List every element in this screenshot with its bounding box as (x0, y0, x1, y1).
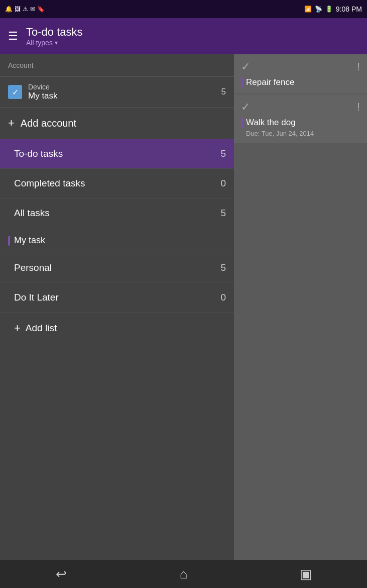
device-count: 5 (221, 87, 226, 97)
task-color-bar-2 (241, 118, 243, 128)
bottom-nav: ↩ ⌂ ▣ (0, 560, 367, 588)
nav-label-personal: Personal (14, 262, 52, 273)
task-title-repair-fence: Repair fence (246, 77, 294, 87)
task-priority-icon-1[interactable]: ! (357, 60, 360, 73)
task-card-header-1: ✓ ! (241, 60, 360, 73)
task-title-row-1: Repair fence (241, 77, 360, 87)
task-card-repair-fence[interactable]: ✓ ! Repair fence (234, 54, 367, 94)
nav-label-do-it-later: Do It Later (14, 292, 59, 303)
nav-count-completed: 0 (220, 178, 226, 189)
filter-dropdown[interactable]: All types ▾ (26, 39, 83, 47)
nav-item-do-it-later[interactable]: Do It Later 0 (0, 283, 234, 313)
back-button[interactable]: ↩ (41, 560, 81, 588)
task-card-header-2: ✓ ! (241, 101, 360, 114)
nav-item-all-tasks[interactable]: All tasks 5 (0, 199, 234, 228)
status-icons-right: 📶 📡 🔋 9:08 PM (304, 5, 362, 13)
device-name: Device (28, 83, 215, 91)
add-list-icon: + (14, 322, 21, 335)
task-priority-icon-2[interactable]: ! (357, 101, 360, 114)
my-task-group-header: My task (0, 228, 234, 253)
app-title: To-do tasks (26, 26, 83, 39)
home-button[interactable]: ⌂ (163, 560, 203, 588)
task-title-row-2: Walk the dog (241, 118, 360, 128)
wifi-icon: 📡 (315, 6, 322, 13)
add-account-icon: + (8, 117, 15, 130)
nav-count-personal: 5 (220, 262, 226, 273)
task-card-walk-the-dog[interactable]: ✓ ! Walk the dog Due: Tue, Jun 24, 2014 (234, 94, 367, 144)
task-check-icon-1[interactable]: ✓ (241, 60, 250, 73)
nav-count-todo: 5 (220, 148, 226, 159)
recent-apps-icon: ▣ (300, 566, 312, 582)
add-list-label: Add list (26, 323, 57, 334)
filter-label: All types (26, 39, 53, 47)
bookmark-icon: 🔖 (37, 6, 45, 13)
nav-item-personal[interactable]: Personal 5 (0, 253, 234, 283)
group-name-label: My task (14, 235, 45, 246)
add-account-label: Add account (21, 118, 76, 129)
device-checkbox[interactable] (8, 85, 22, 99)
account-section-header: Account (0, 54, 234, 77)
device-task-label: My task (28, 91, 215, 101)
signal-icon: 📶 (304, 6, 312, 13)
app-header: ☰ To-do tasks All types ▾ (0, 18, 367, 54)
add-account-button[interactable]: + Add account (0, 108, 234, 139)
home-icon: ⌂ (180, 566, 188, 582)
nav-count-all: 5 (220, 208, 226, 219)
status-bar: 🔔 🖼 ⚠ ✉ 🔖 📶 📡 🔋 9:08 PM (0, 0, 367, 18)
recent-apps-button[interactable]: ▣ (286, 560, 326, 588)
add-list-button[interactable]: + Add list (0, 313, 234, 344)
task-due-date-walk-the-dog: Due: Tue, Jun 24, 2014 (241, 130, 360, 137)
task-check-icon-2[interactable]: ✓ (241, 101, 250, 114)
group-color-indicator (8, 236, 10, 246)
sidebar: Account Device My task 5 + Add account T… (0, 54, 234, 560)
device-item[interactable]: Device My task 5 (0, 77, 234, 108)
nav-count-do-it-later: 0 (220, 292, 226, 303)
back-icon: ↩ (56, 566, 67, 582)
device-info: Device My task (28, 83, 215, 101)
task-title-walk-the-dog: Walk the dog (246, 118, 296, 128)
task-color-bar-1 (241, 77, 243, 87)
header-title-area: To-do tasks All types ▾ (26, 26, 83, 47)
nav-label-all: All tasks (14, 208, 50, 219)
right-panel: ✓ ! Repair fence ✓ ! Walk the dog Due: T… (234, 54, 367, 560)
clock: 9:08 PM (336, 5, 362, 13)
chevron-down-icon: ▾ (55, 39, 58, 46)
nav-label-todo: To-do tasks (14, 148, 63, 159)
main-layout: Account Device My task 5 + Add account T… (0, 54, 367, 560)
nav-item-completed-tasks[interactable]: Completed tasks 0 (0, 169, 234, 199)
status-icons-left: 🔔 🖼 ⚠ ✉ 🔖 (5, 6, 45, 13)
notification-icon-1: 🔔 (5, 6, 13, 13)
nav-item-todo-tasks[interactable]: To-do tasks 5 (0, 139, 234, 169)
warning-icon: ⚠ (23, 6, 28, 13)
nav-label-completed: Completed tasks (14, 178, 85, 189)
hamburger-icon[interactable]: ☰ (8, 30, 18, 43)
notification-icon-2: 🖼 (15, 6, 21, 13)
email-icon: ✉ (30, 6, 35, 13)
battery-icon: 🔋 (325, 6, 333, 13)
